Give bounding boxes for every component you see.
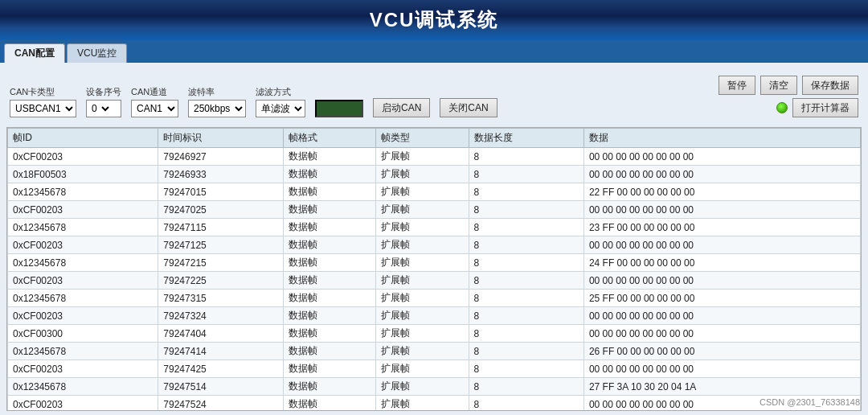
table-cell: 扩展帧 (376, 378, 469, 396)
table-cell: 00 00 00 00 00 00 00 00 (583, 360, 860, 378)
table-cell: 数据帧 (284, 396, 376, 412)
can-channel-group: CAN通道 CAN1 CAN2 (131, 86, 178, 117)
table-row: 0x1234567879247015数据帧扩展帧822 FF 00 00 00 … (8, 183, 861, 201)
table-cell: 8 (469, 360, 583, 378)
table-cell: 扩展帧 (376, 396, 469, 412)
pause-button[interactable]: 暂停 (719, 76, 755, 95)
clear-button[interactable]: 清空 (760, 76, 797, 95)
table-row: 0xCF0020379246927数据帧扩展帧800 00 00 00 00 0… (8, 148, 861, 166)
col-header-frame-id: 帧ID (8, 129, 158, 148)
table-cell: 00 00 00 00 00 00 00 00 (583, 148, 860, 166)
can-channel-label: CAN通道 (131, 86, 178, 98)
table-cell: 79247514 (158, 378, 284, 396)
table-cell: 数据帧 (284, 166, 376, 183)
table-cell: 扩展帧 (376, 166, 469, 183)
table-cell: 24 FF 00 00 00 00 00 00 (583, 254, 860, 272)
table-row: 0xCF0020379247025数据帧扩展帧800 00 00 00 00 0… (8, 201, 861, 219)
right-buttons-row2: 打开计算器 (776, 98, 858, 117)
table-row: 0x1234567879247514数据帧扩展帧827 FF 3A 10 30 … (8, 378, 861, 396)
can-channel-wrapper[interactable]: CAN1 CAN2 (131, 100, 178, 117)
table-cell: 00 00 00 00 00 00 00 00 (583, 272, 860, 290)
baud-rate-wrapper[interactable]: 250kbps 500kbps 1Mbps (188, 100, 246, 117)
tab-can-config[interactable]: CAN配置 (4, 43, 65, 63)
table-cell: 8 (469, 166, 583, 183)
can-channel-select[interactable]: CAN1 CAN2 (132, 101, 178, 117)
can-card-type-select[interactable]: USBCAN1 USBCAN2 (10, 101, 76, 117)
table-cell: 数据帧 (284, 148, 376, 166)
stop-can-button[interactable]: 关闭CAN (440, 98, 497, 117)
table-cell: 79247215 (158, 254, 284, 272)
col-header-timestamp: 时间标识 (158, 129, 284, 148)
save-data-button[interactable]: 保存数据 (802, 76, 858, 95)
table-cell: 8 (469, 201, 583, 219)
device-number-group: 设备序号 0 1 (86, 86, 121, 117)
table-row: 0xCF0020379247324数据帧扩展帧800 00 00 00 00 0… (8, 307, 861, 325)
table-cell: 数据帧 (284, 325, 376, 343)
table-header-row: 帧ID 时间标识 帧格式 帧类型 数据长度 数据 (8, 129, 861, 148)
col-header-frame-format: 帧格式 (284, 129, 376, 148)
table-cell: 数据帧 (284, 183, 376, 201)
main-content: CAN卡类型 USBCAN1 USBCAN2 设备序号 0 1 CAN通道 (0, 63, 868, 415)
table-cell: 0xCF00203 (8, 360, 158, 378)
table-cell: 8 (469, 236, 583, 254)
filter-mode-wrapper[interactable]: 单滤波 双滤波 (256, 100, 305, 117)
table-cell: 数据帧 (284, 307, 376, 325)
controls-row: CAN卡类型 USBCAN1 USBCAN2 设备序号 0 1 CAN通道 (6, 71, 862, 122)
table-cell: 79247015 (158, 183, 284, 201)
table-row: 0x18F0050379246933数据帧扩展帧800 00 00 00 00 … (8, 166, 861, 183)
table-cell: 扩展帧 (376, 343, 469, 360)
table-cell: 数据帧 (284, 201, 376, 219)
table-cell: 扩展帧 (376, 201, 469, 219)
table-row: 0xCF0020379247225数据帧扩展帧800 00 00 00 00 0… (8, 272, 861, 290)
table-cell: 扩展帧 (376, 360, 469, 378)
table-cell: 00 00 00 00 00 00 00 00 (583, 166, 860, 183)
data-table-container[interactable]: 帧ID 时间标识 帧格式 帧类型 数据长度 数据 0xCF00203792469… (6, 127, 862, 411)
device-number-wrapper[interactable]: 0 1 (86, 100, 121, 117)
table-cell: 0xCF00203 (8, 307, 158, 325)
tab-bar: CAN配置 VCU监控 (0, 40, 868, 63)
start-can-button[interactable]: 启动CAN (373, 98, 430, 117)
open-calculator-button[interactable]: 打开计算器 (792, 98, 858, 117)
table-body: 0xCF0020379246927数据帧扩展帧800 00 00 00 00 0… (8, 148, 861, 412)
table-cell: 数据帧 (284, 290, 376, 307)
table-cell: 00 00 00 00 00 00 00 00 (583, 307, 860, 325)
table-cell: 0x12345678 (8, 254, 158, 272)
table-cell: 扩展帧 (376, 272, 469, 290)
table-cell: 0x12345678 (8, 378, 158, 396)
table-cell: 数据帧 (284, 236, 376, 254)
table-cell: 8 (469, 272, 583, 290)
table-row: 0xCF0020379247425数据帧扩展帧800 00 00 00 00 0… (8, 360, 861, 378)
table-cell: 数据帧 (284, 254, 376, 272)
filter-mode-group: 滤波方式 单滤波 双滤波 (256, 86, 305, 117)
table-cell: 数据帧 (284, 343, 376, 360)
table-cell: 23 FF 00 00 00 00 00 00 (583, 219, 860, 236)
baud-rate-select[interactable]: 250kbps 500kbps 1Mbps (189, 101, 245, 117)
table-cell: 22 FF 00 00 00 00 00 00 (583, 183, 860, 201)
table-cell: 79246927 (158, 148, 284, 166)
table-row: 0xCF0020379247125数据帧扩展帧800 00 00 00 00 0… (8, 236, 861, 254)
table-row: 0xCF0020379247524数据帧扩展帧800 00 00 00 00 0… (8, 396, 861, 412)
device-number-select[interactable]: 0 1 (87, 101, 112, 117)
table-cell: 79247425 (158, 360, 284, 378)
right-buttons-row1: 暂停 清空 保存数据 (719, 76, 858, 95)
table-cell: 0xCF00203 (8, 236, 158, 254)
table-cell: 8 (469, 325, 583, 343)
table-cell: 扩展帧 (376, 325, 469, 343)
table-cell: 79247315 (158, 290, 284, 307)
data-table: 帧ID 时间标识 帧格式 帧类型 数据长度 数据 0xCF00203792469… (7, 128, 861, 411)
table-cell: 79247524 (158, 396, 284, 412)
table-cell: 26 FF 00 00 00 00 00 00 (583, 343, 860, 360)
title-bar: VCU调试系统 (0, 0, 868, 40)
filter-mode-select[interactable]: 单滤波 双滤波 (256, 101, 305, 117)
table-cell: 8 (469, 148, 583, 166)
tab-vcu-monitor[interactable]: VCU监控 (67, 43, 127, 63)
status-dot (776, 102, 788, 113)
baud-rate-label: 波特率 (188, 86, 246, 98)
can-card-type-group: CAN卡类型 USBCAN1 USBCAN2 (10, 86, 76, 117)
filter-mode-label: 滤波方式 (256, 86, 305, 98)
table-cell: 00 00 00 00 00 00 00 00 (583, 325, 860, 343)
table-cell: 79247414 (158, 343, 284, 360)
table-row: 0x1234567879247115数据帧扩展帧823 FF 00 00 00 … (8, 219, 861, 236)
table-row: 0x1234567879247215数据帧扩展帧824 FF 00 00 00 … (8, 254, 861, 272)
can-card-type-wrapper[interactable]: USBCAN1 USBCAN2 (10, 100, 76, 117)
